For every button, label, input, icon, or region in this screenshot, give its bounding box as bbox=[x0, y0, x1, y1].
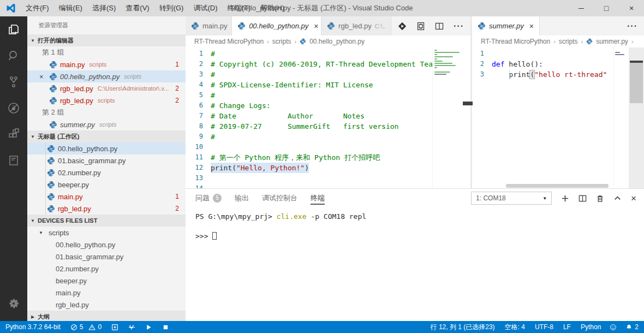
panel-tab-输出[interactable]: 输出 bbox=[235, 189, 249, 207]
breadcrumb-item[interactable]: RT-Thread MicroPython bbox=[481, 38, 550, 45]
split-terminal-icon[interactable] bbox=[579, 194, 587, 203]
code-line: 12print("Hello, Python!") bbox=[186, 163, 470, 173]
problems-status[interactable]: 5 0 bbox=[70, 323, 102, 331]
section-devices-files[interactable]: ▼ DEVICES FILES LIST bbox=[27, 215, 186, 227]
open-editor-item[interactable]: main.pyscripts1 bbox=[27, 58, 186, 70]
tab-main.py[interactable]: main.py bbox=[186, 16, 232, 35]
vertical-scrollbar-right[interactable] bbox=[629, 47, 644, 188]
status-item[interactable]: 行 12, 列 1 (已选择23) bbox=[431, 323, 495, 332]
workspace-file-item[interactable]: beeper.py bbox=[27, 179, 186, 191]
explorer-icon[interactable] bbox=[0, 16, 27, 43]
terminal-select[interactable]: 1: COM18 ▼ bbox=[471, 192, 552, 205]
breadcrumb-item[interactable]: scripts bbox=[272, 38, 291, 45]
panel-tab-问题[interactable]: 问题5 bbox=[195, 189, 222, 207]
kill-terminal-icon[interactable] bbox=[596, 194, 604, 203]
menu-v[interactable]: 查看(V) bbox=[121, 0, 154, 16]
horizontal-scrollbar-right[interactable] bbox=[506, 184, 609, 188]
device-file-item[interactable]: 01.basic_grammar.py bbox=[27, 251, 186, 263]
close-icon[interactable]: × bbox=[314, 22, 318, 31]
python-file-icon bbox=[327, 22, 335, 30]
workspace-file-item[interactable]: main.py1 bbox=[27, 191, 186, 203]
open-editor-item[interactable]: summer.pyscripts bbox=[27, 118, 186, 130]
micropython-docs-icon[interactable] bbox=[0, 147, 27, 174]
open-editor-item[interactable]: rgb_led.pyC:\Users\Administrator\.v...2 bbox=[27, 82, 186, 94]
workspace-file-item[interactable]: 02.number.py bbox=[27, 166, 186, 179]
open-editor-item[interactable]: ×00.hello_python.pyscripts bbox=[27, 70, 186, 82]
run-python-icon[interactable] bbox=[398, 22, 407, 31]
breadcrumb-right[interactable]: RT-Thread MicroPython›scripts›summer.py› bbox=[472, 35, 644, 47]
new-terminal-icon[interactable] bbox=[561, 194, 569, 203]
device-file-item[interactable]: rgb_led.py bbox=[27, 299, 186, 311]
workspace-files-list: 00.hello_python.py01.basic_grammar.py02.… bbox=[27, 142, 186, 215]
search-icon[interactable] bbox=[0, 43, 27, 69]
tab-summer.py[interactable]: summer.py× bbox=[472, 16, 540, 35]
debug-disabled-icon[interactable] bbox=[0, 95, 27, 121]
status-item[interactable]: Python bbox=[581, 323, 601, 331]
minimize-button[interactable]: ─ bbox=[569, 0, 594, 16]
close-button[interactable]: × bbox=[619, 0, 644, 16]
python-file-icon bbox=[47, 181, 55, 189]
menu-d[interactable]: 调试(D) bbox=[188, 0, 222, 16]
sash-handle[interactable] bbox=[463, 102, 473, 105]
workspace-file-item[interactable]: rgb_led.py2 bbox=[27, 203, 186, 215]
device-file-item[interactable]: 00.hello_python.py bbox=[27, 239, 186, 251]
extensions-icon[interactable] bbox=[0, 121, 27, 147]
menu-f[interactable]: 文件(F) bbox=[21, 0, 54, 16]
status-item[interactable]: LF bbox=[563, 323, 571, 331]
open-editor-item[interactable]: rgb_led.pyscripts2 bbox=[27, 94, 186, 106]
device-file-item[interactable]: beeper.py bbox=[27, 275, 186, 287]
panel-tab-调试控制台[interactable]: 调试控制台 bbox=[262, 189, 297, 207]
device-sync-icon[interactable] bbox=[416, 22, 425, 31]
section-workspace[interactable]: ▼ 无标题 (工作区) bbox=[27, 130, 186, 142]
code-editor-left[interactable]: 1#2# Copyright (c) 2006-2019, RT-Thread … bbox=[186, 47, 470, 188]
code-line: 9# bbox=[186, 132, 470, 142]
notifications-bell[interactable]: 2 bbox=[625, 323, 639, 331]
settings-gear-icon[interactable] bbox=[0, 290, 27, 317]
section-outline[interactable]: ▶ 大纲 bbox=[27, 311, 186, 321]
source-control-icon[interactable] bbox=[0, 69, 27, 95]
scrollbar-thumb[interactable] bbox=[630, 61, 643, 103]
tab-00.hello_python.py[interactable]: 00.hello_python.py× bbox=[232, 16, 321, 35]
workspace-file-item[interactable]: 00.hello_python.py bbox=[27, 142, 186, 154]
breadcrumb-left[interactable]: RT-Thread MicroPython›scripts›00.hello_p… bbox=[186, 35, 470, 47]
breadcrumb-item[interactable]: scripts bbox=[559, 38, 578, 45]
minimap-right[interactable] bbox=[613, 47, 629, 188]
code-editor-right[interactable]: 12def hello():3 print("hello rt-thread" bbox=[472, 47, 644, 188]
section-open-editors[interactable]: ▼ 打开的编辑器 bbox=[27, 34, 186, 46]
python-file-icon bbox=[47, 145, 55, 153]
device-file-item[interactable]: 02.number.py bbox=[27, 263, 186, 275]
python-file-icon bbox=[586, 38, 593, 45]
devices-folder-scripts[interactable]: ▼ scripts bbox=[27, 227, 186, 239]
maximize-button[interactable]: □ bbox=[594, 0, 619, 16]
vscode-window: 文件(F)编辑(E)选择(S)查看(V)转到(G)调试(D)终端(T)帮助(H)… bbox=[0, 0, 644, 333]
download-box-icon[interactable] bbox=[111, 324, 118, 331]
minimap-left[interactable] bbox=[432, 47, 463, 188]
python-file-icon bbox=[47, 193, 55, 201]
menu-g[interactable]: 转到(G) bbox=[154, 0, 189, 16]
breadcrumb-item[interactable]: 00.hello_python.py bbox=[309, 38, 365, 45]
status-item[interactable]: UTF-8 bbox=[535, 323, 553, 331]
breadcrumb-item[interactable]: RT-Thread MicroPython bbox=[194, 38, 264, 45]
tab-rgb_led.py[interactable]: rgb_led.pyC:\... bbox=[321, 16, 391, 35]
close-panel-icon[interactable]: × bbox=[631, 194, 636, 203]
vertical-scrollbar-left[interactable] bbox=[463, 47, 470, 188]
plug-icon[interactable] bbox=[128, 324, 135, 331]
stop-icon[interactable] bbox=[162, 324, 169, 331]
panel-tab-终端[interactable]: 终端 bbox=[311, 189, 325, 207]
more-actions-icon[interactable]: ··· bbox=[454, 22, 464, 31]
breadcrumb-item[interactable]: summer.py bbox=[596, 38, 628, 45]
maximize-panel-icon[interactable] bbox=[613, 194, 622, 203]
status-item[interactable]: 空格: 4 bbox=[505, 323, 525, 332]
menu-e[interactable]: 编辑(E) bbox=[54, 0, 87, 16]
terminal-output[interactable]: PS G:\mpy\mpy_prj> cli.exe -p COM18 repl… bbox=[186, 207, 644, 321]
more-actions-icon[interactable]: ··· bbox=[627, 22, 637, 31]
split-editor-icon[interactable] bbox=[435, 22, 444, 31]
play-icon[interactable] bbox=[145, 324, 152, 331]
feedback-smiley-icon[interactable] bbox=[610, 324, 617, 331]
close-icon[interactable]: × bbox=[39, 73, 49, 81]
python-interpreter-status[interactable]: Python 3.7.2 64-bit bbox=[5, 323, 61, 331]
device-file-item[interactable]: main.py bbox=[27, 287, 186, 299]
close-icon[interactable]: × bbox=[529, 22, 534, 31]
menu-s[interactable]: 选择(S) bbox=[87, 0, 121, 16]
workspace-file-item[interactable]: 01.basic_grammar.py bbox=[27, 154, 186, 166]
